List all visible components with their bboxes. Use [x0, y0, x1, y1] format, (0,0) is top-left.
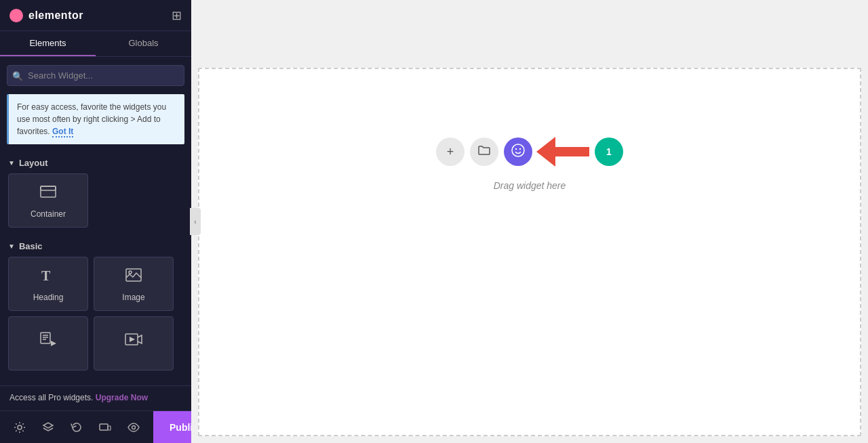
arrow-indicator	[538, 137, 589, 167]
basic-chevron: ▼	[8, 242, 15, 250]
logo-area: elementor	[9, 9, 83, 22]
got-it-link[interactable]: Got It	[52, 127, 73, 138]
basic-label: Basic	[19, 241, 43, 251]
svg-marker-11	[130, 337, 135, 342]
svg-point-15	[132, 425, 136, 429]
sidebar: elementor ⊞ Elements Globals 🔍 For easy …	[0, 0, 191, 443]
layout-label: Layout	[19, 158, 48, 168]
svg-rect-5	[41, 333, 50, 343]
section-basic-title[interactable]: ▼ Basic	[0, 234, 191, 257]
pro-banner-text: Access all Pro widgets.	[9, 393, 93, 402]
widget-text-editor[interactable]	[8, 316, 88, 371]
bottom-toolbar: Publish ▲	[0, 410, 191, 443]
svg-marker-9	[51, 341, 56, 346]
history-icon-btn[interactable]	[64, 415, 90, 440]
search-input[interactable]	[7, 65, 184, 86]
preview-icon-btn[interactable]	[121, 415, 146, 440]
svg-point-17	[515, 148, 517, 149]
counter-label: 1	[606, 146, 612, 157]
collapse-sidebar-btn[interactable]: ‹	[190, 208, 201, 235]
tab-elements[interactable]: Elements	[0, 31, 96, 56]
widget-image[interactable]: Image	[94, 257, 174, 311]
elementor-dot	[9, 9, 23, 22]
svg-rect-13	[100, 424, 108, 430]
svg-rect-1	[41, 186, 56, 190]
drag-label: Drag widget here	[494, 180, 566, 191]
heading-label: Heading	[33, 293, 64, 302]
svg-rect-0	[41, 186, 56, 197]
svg-text:T: T	[41, 268, 51, 283]
upgrade-link[interactable]: Upgrade Now	[96, 393, 148, 402]
svg-point-4	[129, 271, 132, 274]
image-icon	[124, 266, 143, 289]
folder-btn[interactable]	[470, 138, 498, 166]
video-icon	[124, 330, 143, 353]
sidebar-tabs: Elements Globals	[0, 31, 191, 57]
widget-heading[interactable]: T Heading	[8, 257, 88, 311]
container-icon	[39, 182, 58, 205]
tab-globals[interactable]: Globals	[96, 31, 191, 56]
search-icon: 🔍	[12, 70, 23, 81]
canvas-frame: +	[198, 68, 861, 436]
text-editor-icon	[39, 330, 58, 353]
container-label: Container	[31, 209, 66, 219]
basic-widget-grid: T Heading Image	[0, 257, 191, 377]
counter-btn[interactable]: 1	[595, 138, 623, 166]
grid-icon[interactable]: ⊞	[172, 8, 182, 23]
elementor-logo: elementor	[28, 9, 83, 22]
add-icon: +	[447, 145, 454, 159]
canvas-area: +	[191, 0, 868, 443]
toolbar-icons	[0, 415, 153, 440]
heading-icon: T	[39, 266, 58, 289]
svg-point-12	[18, 425, 22, 429]
tip-box: For easy access, favorite the widgets yo…	[7, 94, 184, 144]
tip-text: For easy access, favorite the widgets yo…	[17, 102, 166, 136]
layout-chevron: ▼	[8, 159, 15, 167]
folder-icon	[477, 144, 491, 161]
svg-point-18	[519, 148, 521, 149]
smiley-btn[interactable]	[504, 138, 532, 166]
section-layout-title[interactable]: ▼ Layout	[0, 151, 191, 173]
svg-point-16	[512, 144, 524, 156]
arrow-body	[555, 147, 589, 156]
add-widget-btn[interactable]: +	[436, 138, 465, 166]
drag-area: +	[199, 96, 860, 191]
search-box: 🔍	[7, 65, 184, 86]
layers-icon-btn[interactable]	[35, 415, 61, 440]
widget-video[interactable]	[94, 316, 174, 371]
image-label: Image	[122, 293, 144, 302]
arrow-head	[536, 137, 555, 167]
responsive-icon-btn[interactable]	[92, 415, 118, 440]
settings-icon-btn[interactable]	[7, 415, 33, 440]
pro-banner: Access all Pro widgets. Upgrade Now	[0, 385, 191, 409]
widget-container[interactable]: Container	[8, 173, 88, 228]
canvas-toolbar: +	[436, 137, 623, 167]
smiley-icon	[511, 143, 526, 161]
layout-widget-grid: Container	[0, 173, 191, 234]
sidebar-header: elementor ⊞	[0, 0, 191, 31]
